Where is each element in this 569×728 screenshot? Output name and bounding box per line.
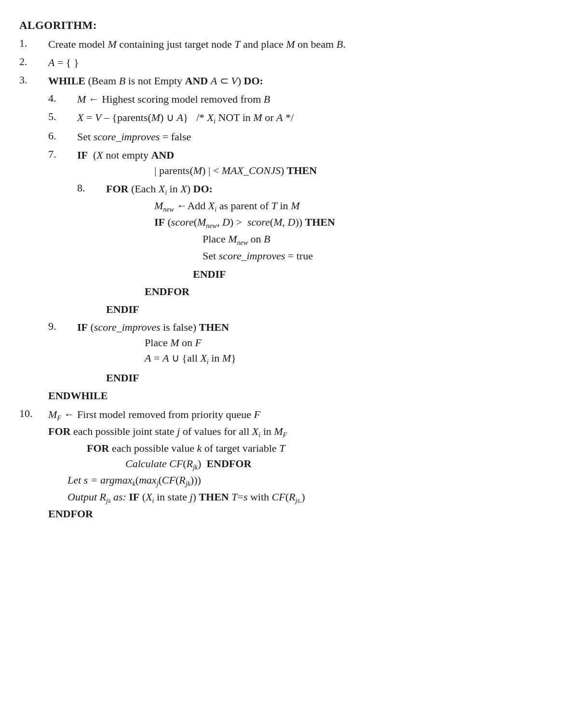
step-content-6: Set score_improves = false xyxy=(77,129,545,145)
step-content-7: IF (X not empty AND | parents(M) | < MAX… xyxy=(77,148,545,178)
step-content-8: FOR (Each Xi in X) DO: Mnew ←Add Xi as p… xyxy=(106,181,545,264)
step-8: 8. FOR (Each Xi in X) DO: Mnew ←Add Xi a… xyxy=(77,181,545,264)
step-5: 5. X = V – {parents(M) ∪ A} /* Xi NOT in… xyxy=(48,110,545,127)
step-content-3: WHILE (Beam B is not Empty AND A ⊂ V) DO… xyxy=(48,73,545,89)
step-9: 9. IF (score_improves is false) THEN Pla… xyxy=(48,320,545,367)
step-content-5: X = V – {parents(M) ∪ A} /* Xi NOT in M … xyxy=(77,110,545,127)
step-num-3: 3. xyxy=(19,73,48,86)
step-content-2: A = { } xyxy=(48,55,545,70)
algorithm-container: ALGORITHM: 1. Create model M containing … xyxy=(19,19,545,522)
step-2: 2. A = { } xyxy=(19,55,545,70)
step-num-4: 4. xyxy=(48,92,77,105)
step-7: 7. IF (X not empty AND | parents(M) | < … xyxy=(48,148,545,178)
step-content-1: Create model M containing just target no… xyxy=(48,37,545,52)
endwhile: ENDWHILE xyxy=(48,388,545,404)
step-10: 10. MF ← First model removed from priori… xyxy=(19,407,545,521)
step-num-9: 9. xyxy=(48,320,77,333)
step-num-10: 10. xyxy=(19,407,48,420)
step-content-10: MF ← First model removed from priority q… xyxy=(48,407,545,521)
step-num-8: 8. xyxy=(77,181,106,194)
step-3: 3. WHILE (Beam B is not Empty AND A ⊂ V)… xyxy=(19,73,545,89)
step-num-6: 6. xyxy=(48,129,77,142)
step-1: 1. Create model M containing just target… xyxy=(19,37,545,52)
endfor: ENDFOR xyxy=(145,284,545,299)
endif-9: ENDIF xyxy=(106,370,545,386)
step-num-1: 1. xyxy=(19,37,48,50)
step-content-9: IF (score_improves is false) THEN Place … xyxy=(77,320,545,367)
step-num-2: 2. xyxy=(19,55,48,68)
algorithm-title: ALGORITHM: xyxy=(19,19,545,32)
endif-7: ENDIF xyxy=(106,302,545,317)
step-6: 6. Set score_improves = false xyxy=(48,129,545,145)
step-num-5: 5. xyxy=(48,110,77,123)
step-4: 4. M ← Highest scoring model removed fro… xyxy=(48,92,545,107)
endif-inner: ENDIF xyxy=(193,267,545,282)
step-num-7: 7. xyxy=(48,148,77,161)
step-content-4: M ← Highest scoring model removed from B xyxy=(77,92,545,107)
